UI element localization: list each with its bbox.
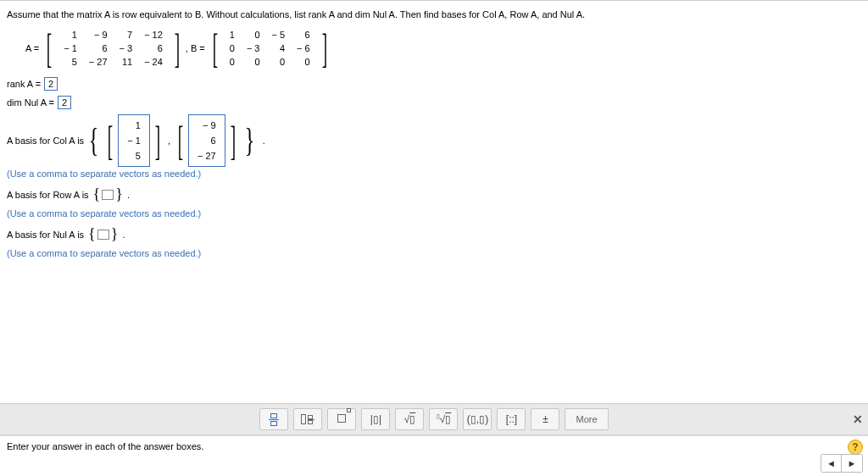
prev-button[interactable]: ◄ [821,455,842,472]
left-bracket-icon: [ [46,28,53,69]
problem-content: Assume that the matrix A is row equivale… [0,6,868,258]
bottom-bar: Enter your answer in each of the answer … [0,435,868,476]
nul-basis-input[interactable] [97,230,109,240]
col-vec1-input[interactable]: 1 − 1 5 [118,114,150,167]
label-basis-row: A basis for Row A is [7,190,89,200]
sqrt-button[interactable]: √▯ [395,408,424,430]
col-vec2-input[interactable]: − 9 6 − 27 [188,114,225,167]
plusminus-button[interactable]: ± [531,408,559,430]
matrices: A = [ 1− 97− 12 − 16− 36 5− 2711− 24 ] ,… [25,28,861,69]
left-brace-icon: { [88,128,100,153]
right-brace-icon: } [114,185,124,203]
right-bracket-icon: ] [321,28,328,69]
pager: ◄ ► [821,454,863,473]
more-button[interactable]: More [565,408,608,430]
hint-nul: (Use a comma to separate vectors as need… [7,248,861,258]
nroot-button[interactable]: ▯√▯ [429,408,458,430]
matrix-B: 10− 56 0− 34− 6 0000 [224,28,316,69]
label-dimnul: dim Nul A = [7,97,54,108]
next-button[interactable]: ► [842,455,862,472]
left-bracket-icon: [ [178,120,183,161]
mixed-number-button[interactable] [293,408,322,430]
rank-input[interactable]: 2 [44,77,58,91]
matrix-A: 1− 97− 12 − 16− 36 5− 2711− 24 [58,28,169,69]
hint-col: (Use a comma to separate vectors as need… [7,169,861,179]
math-toolbar: |▯| √▯ ▯√▯ (▯,▯) [::] ± More ✕ [0,403,868,435]
left-brace-icon: { [92,185,102,203]
hint-row: (Use a comma to separate vectors as need… [7,208,861,219]
label-rank: rank A = [7,79,41,89]
dimnul-input[interactable]: 2 [58,96,71,109]
help-button[interactable]: ? [848,440,863,455]
left-bracket-icon: [ [108,120,113,161]
question-text: Assume that the matrix A is row equivale… [7,9,861,19]
label-B: , B = [186,43,205,53]
matrix-button[interactable]: [::] [497,408,526,430]
label-A: A = [25,43,39,53]
tuple-button[interactable]: (▯,▯) [463,408,492,430]
enter-hint: Enter your answer in each of the answer … [7,441,203,451]
label-basis-nul: A basis for Nul A is [7,230,84,240]
fraction-button[interactable] [259,408,288,430]
left-brace-icon: { [87,225,97,243]
right-bracket-icon: ] [230,120,235,161]
left-bracket-icon: [ [212,28,219,69]
right-brace-icon: } [243,128,255,153]
row-basis-input[interactable] [102,190,114,200]
right-bracket-icon: ] [174,28,181,69]
close-toolbar-button[interactable]: ✕ [853,412,863,426]
abs-button[interactable]: |▯| [361,408,390,430]
exponent-button[interactable] [327,408,356,430]
label-basis-col: A basis for Col A is [7,136,84,146]
right-brace-icon: } [110,225,120,243]
right-bracket-icon: ] [155,120,160,161]
